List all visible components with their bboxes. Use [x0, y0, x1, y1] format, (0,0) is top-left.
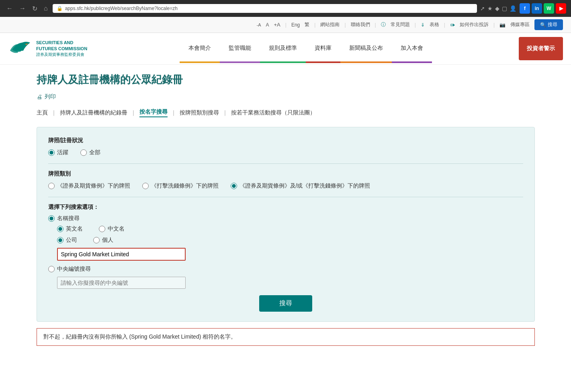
- font-sep: A: [266, 22, 269, 28]
- entity-type-row: 公司 個人: [57, 237, 523, 244]
- license-type-title: 牌照類別: [48, 170, 523, 178]
- english-name-option[interactable]: 英文名: [57, 225, 83, 233]
- faq-link[interactable]: 常見問題: [391, 21, 410, 28]
- wechat-button[interactable]: W: [544, 3, 554, 14]
- breadcrumb-registry[interactable]: 持牌人及註冊機構的紀錄冊: [60, 109, 127, 116]
- name-search-row: 名稱搜尋: [48, 215, 523, 222]
- form-divider-2: [48, 197, 523, 197]
- license-type-group: 《證券及期貨條例》下的牌照 《打擊洗錢條例》下的牌照 《證券及期貨條例》及/或《…: [48, 182, 523, 190]
- license-both-radio[interactable]: [231, 183, 237, 189]
- nav-item-join[interactable]: 加入本會: [392, 33, 432, 64]
- license-sfo-option[interactable]: 《證券及期貨條例》下的牌照: [48, 182, 130, 190]
- name-search-input[interactable]: [57, 248, 186, 261]
- license-amlo-option[interactable]: 《打擊洗錢條例》下的牌照: [142, 182, 219, 190]
- license-status-group: 活躍 全部: [48, 149, 523, 156]
- logo-area: SECURITIES AND FUTURES COMMISSION 證券及期貨事…: [8, 33, 96, 64]
- font-increase-button[interactable]: +A: [274, 22, 280, 28]
- search-options-title: 選擇下列搜索選項：: [48, 204, 523, 211]
- individual-option[interactable]: 個人: [93, 237, 113, 244]
- contact-us-link[interactable]: 聯絡我們: [351, 21, 370, 28]
- faq-icon: ⓘ: [381, 21, 386, 28]
- extension-icon[interactable]: ◆: [495, 5, 499, 12]
- site-header: SECURITIES AND FUTURES COMMISSION 證券及期貨事…: [0, 33, 571, 65]
- logo-text-en: SECURITIES AND FUTURES COMMISSION: [36, 40, 87, 52]
- share-icon[interactable]: ➚: [480, 5, 485, 12]
- browser-chrome: ← → ↻ ⌂ 🔒 apps.sfc.hk/publicregWeb/searc…: [0, 0, 571, 17]
- star-icon[interactable]: ★: [487, 5, 493, 12]
- company-option[interactable]: 公司: [57, 237, 77, 244]
- chinese-name-radio[interactable]: [99, 226, 105, 232]
- central-search-radio[interactable]: [48, 266, 55, 272]
- url-text: apps.sfc.hk/publicregWeb/searchByName?lo…: [65, 6, 178, 11]
- home-button[interactable]: ⌂: [42, 4, 49, 13]
- print-icon: 🖨: [37, 94, 42, 100]
- page-content: 持牌人及註冊機構的公眾紀錄冊 🖨 列印 主頁 ｜ 持牌人及註冊機構的紀錄冊 ｜ …: [25, 65, 547, 370]
- search-icon: 🔍: [540, 22, 546, 28]
- status-active-option[interactable]: 活躍: [48, 149, 68, 156]
- forms-icon: ⇓: [421, 22, 425, 28]
- breadcrumb-current[interactable]: 按名字搜尋: [139, 108, 168, 117]
- nav-item-rules[interactable]: 規則及標準: [260, 33, 306, 64]
- central-number-input[interactable]: [57, 277, 186, 289]
- media-icon: 📷: [499, 22, 506, 28]
- forms-link[interactable]: 表格: [430, 21, 439, 28]
- font-decrease-button[interactable]: -A: [256, 22, 261, 27]
- footer-spacer: [37, 346, 535, 362]
- reload-button[interactable]: ↻: [31, 4, 39, 13]
- page-title: 持牌人及註冊機構的公眾紀錄冊: [37, 73, 535, 87]
- status-all-option[interactable]: 全部: [80, 149, 100, 156]
- status-active-radio[interactable]: [48, 149, 55, 156]
- license-sfo-radio[interactable]: [48, 183, 55, 189]
- youtube-button[interactable]: ▶: [556, 3, 566, 14]
- search-submit-button[interactable]: 搜尋: [259, 295, 312, 312]
- search-button-top[interactable]: 🔍 搜尋: [534, 19, 563, 30]
- utility-bar: -A A +A | Eng 繁 | 網站指南 | 聯絡我們 | ⓘ 常見問題 |…: [0, 17, 571, 33]
- svg-point-0: [23, 43, 25, 45]
- license-amlo-radio[interactable]: [142, 183, 149, 189]
- license-status-title: 牌照/註冊狀況: [48, 137, 523, 144]
- form-divider-1: [48, 163, 523, 164]
- media-link[interactable]: 傳媒專區: [510, 21, 530, 28]
- window-icon[interactable]: ▢: [502, 5, 507, 12]
- name-lang-row: 英文名 中文名: [57, 225, 523, 233]
- main-nav: 本會簡介 監管職能 規則及標準 資料庫 新聞稿及公布 加入本會: [96, 33, 515, 64]
- logo-text-zh: 證券及期貨事務監察委員會: [36, 52, 87, 57]
- individual-radio[interactable]: [93, 237, 100, 243]
- status-all-radio[interactable]: [80, 149, 87, 156]
- back-button[interactable]: ←: [5, 4, 14, 13]
- print-link[interactable]: 🖨 列印: [37, 93, 535, 100]
- nav-item-news[interactable]: 新聞稿及公布: [340, 33, 392, 64]
- breadcrumb-home[interactable]: 主頁: [37, 109, 48, 116]
- site-guide-link[interactable]: 網站指南: [320, 21, 340, 28]
- forward-button[interactable]: →: [18, 4, 27, 13]
- lang-zh-link[interactable]: 繁: [305, 21, 309, 28]
- breadcrumb: 主頁 ｜ 持牌人及註冊機構的紀錄冊 ｜ 按名字搜尋 ｜ 按牌照類別搜尋 ｜ 按若…: [37, 108, 535, 117]
- logo-bird-icon: [8, 39, 32, 59]
- linkedin-button[interactable]: in: [532, 3, 542, 14]
- central-search-row: 中央編號搜尋: [48, 265, 523, 273]
- profile-icon[interactable]: 👤: [510, 5, 516, 12]
- company-radio[interactable]: [57, 237, 63, 243]
- breadcrumb-by-activity[interactable]: 按若干業務活動搜尋（只限法團）: [231, 109, 315, 116]
- name-search-radio[interactable]: [48, 215, 55, 222]
- error-message: 對不起，紀錄冊內沒有與你所輸入 (Spring Gold Market Limi…: [37, 328, 535, 346]
- name-search-option[interactable]: 名稱搜尋: [48, 215, 523, 222]
- complaints-link[interactable]: 如何作出投訴: [460, 21, 489, 28]
- lang-eng-link[interactable]: Eng: [291, 22, 300, 28]
- chinese-name-option[interactable]: 中文名: [99, 225, 125, 233]
- central-search-option[interactable]: 中央編號搜尋: [48, 265, 91, 273]
- search-form: 牌照/註冊狀況 活躍 全部 牌照類別 《證券及期貨條例》下的牌照 《打擊洗錢條例…: [37, 127, 535, 322]
- english-name-radio[interactable]: [57, 226, 63, 232]
- nav-item-about[interactable]: 本會簡介: [180, 33, 220, 64]
- investor-alert-button[interactable]: 投資者警示: [519, 37, 563, 60]
- facebook-button[interactable]: f: [520, 3, 530, 14]
- complaints-icon: 🕪: [450, 22, 455, 28]
- social-icons: f in W ▶: [520, 3, 566, 14]
- nav-item-library[interactable]: 資料庫: [306, 33, 340, 64]
- url-bar[interactable]: 🔒 apps.sfc.hk/publicregWeb/searchByName?…: [53, 4, 477, 13]
- browser-actions: ➚ ★ ◆ ▢ 👤: [480, 5, 516, 12]
- nav-item-regulation[interactable]: 監管職能: [220, 33, 260, 64]
- license-both-option[interactable]: 《證券及期貨條例》及/或《打擊洗錢條例》下的牌照: [231, 182, 370, 190]
- breadcrumb-by-type[interactable]: 按牌照類別搜尋: [180, 109, 219, 116]
